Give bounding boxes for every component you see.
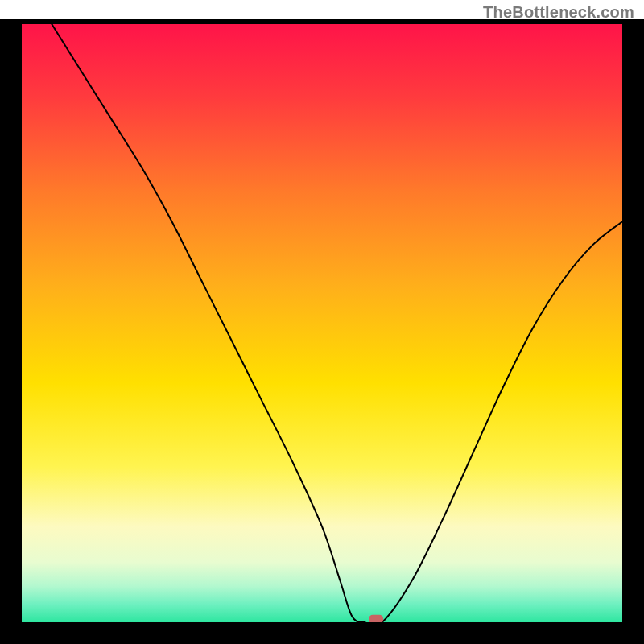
chart-stage: TheBottleneck.com: [0, 0, 644, 644]
plot-svg: [22, 24, 622, 622]
optimal-marker: [369, 615, 383, 622]
gradient-background: [22, 24, 622, 622]
plot-area: [22, 24, 622, 622]
plot-frame: [0, 19, 644, 644]
